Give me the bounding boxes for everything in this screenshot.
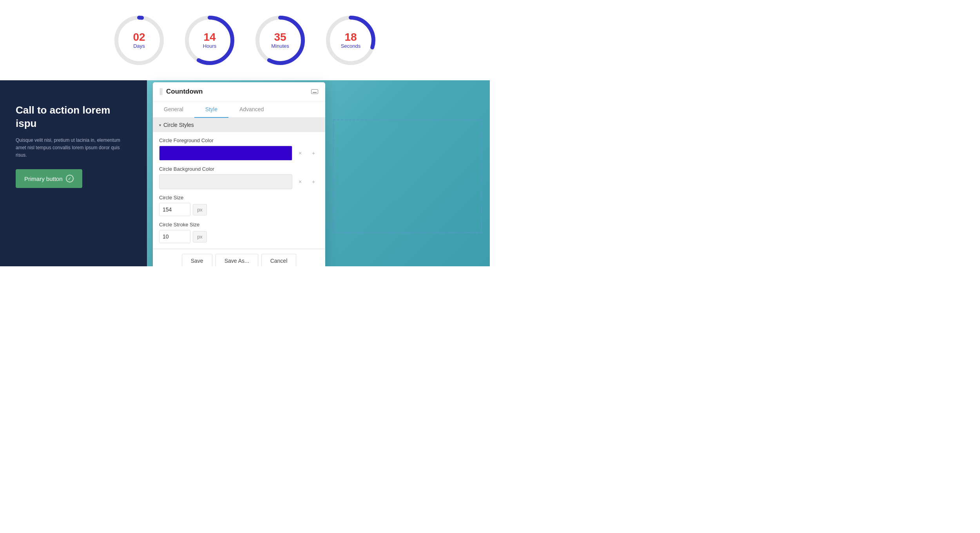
bg-color-label: Circle Background Color: [159, 166, 319, 172]
circle-label-seconds: Seconds: [341, 43, 361, 49]
save-button[interactable]: Save: [182, 254, 212, 266]
close-icon: ×: [299, 150, 302, 156]
bg-color-add-button[interactable]: +: [308, 176, 319, 187]
circle-content-hours: 14 Hours: [203, 31, 217, 49]
settings-panel: Countdown General Style Advanced ▾ Circl…: [153, 82, 325, 266]
circle-content-seconds: 18 Seconds: [341, 31, 361, 49]
section-title: Circle Styles: [163, 122, 194, 128]
circle-stroke-field: Circle Stroke Size px: [159, 222, 319, 243]
bg-color-field: Circle Background Color × +: [159, 166, 319, 189]
chevron-down-icon: ▾: [159, 123, 161, 127]
bg-color-row: × +: [159, 174, 319, 189]
minimize-button[interactable]: [311, 89, 318, 94]
panel-title: Countdown: [166, 88, 203, 96]
tab-style[interactable]: Style: [194, 101, 228, 118]
circle-stroke-input[interactable]: [159, 230, 190, 243]
circle-label-days: Days: [133, 43, 145, 49]
plus-icon: +: [312, 150, 315, 156]
circle-size-input[interactable]: [159, 203, 190, 216]
fg-color-add-button[interactable]: +: [308, 148, 319, 159]
save-as-button[interactable]: Save As...: [216, 254, 258, 266]
circle-number-seconds: 18: [341, 31, 361, 43]
body-text: Quisque velit nisi, pretium ut lacinia i…: [16, 137, 131, 159]
left-panel: Call to action lorem ispu Quisque velit …: [0, 80, 147, 266]
circle-stroke-label: Circle Stroke Size: [159, 222, 319, 228]
circle-item-seconds: 18 Seconds: [323, 13, 378, 68]
tab-advanced[interactable]: Advanced: [228, 101, 275, 118]
panel-body: ▾ Circle Styles Circle Foreground Color …: [153, 118, 325, 249]
section-body: Circle Foreground Color × + Circle Backg…: [153, 132, 325, 249]
check-icon: ✓: [66, 175, 74, 182]
circle-number-hours: 14: [203, 31, 217, 43]
plus-icon: +: [312, 179, 315, 185]
circle-size-field: Circle Size px: [159, 195, 319, 216]
close-icon: ×: [299, 179, 302, 185]
panel-header: Countdown: [153, 82, 325, 101]
tab-general[interactable]: General: [153, 101, 194, 118]
circle-styles-section-header[interactable]: ▾ Circle Styles: [153, 118, 325, 132]
fg-color-row: × +: [159, 146, 319, 161]
circle-content-minutes: 35 Minutes: [271, 31, 289, 49]
circle-size-unit: px: [193, 204, 207, 215]
cancel-button[interactable]: Cancel: [261, 254, 297, 266]
circle-label-minutes: Minutes: [271, 43, 289, 49]
minimize-icon: [313, 92, 317, 93]
panel-footer: Save Save As... Cancel: [153, 249, 325, 266]
drag-handle[interactable]: [160, 88, 162, 95]
circle-stroke-input-row: px: [159, 230, 319, 243]
fg-color-swatch[interactable]: [159, 146, 292, 161]
circle-item-days: 02 Days: [112, 13, 167, 68]
tabs-row: General Style Advanced: [153, 101, 325, 118]
primary-button-label: Primary button: [24, 175, 63, 182]
bg-color-clear-button[interactable]: ×: [295, 176, 306, 187]
circle-number-days: 02: [133, 31, 145, 43]
fg-color-field: Circle Foreground Color × +: [159, 137, 319, 161]
circle-stroke-unit: px: [193, 231, 207, 242]
circle-item-minutes: 35 Minutes: [253, 13, 308, 68]
circle-content-days: 02 Days: [133, 31, 145, 49]
bg-color-swatch[interactable]: [159, 174, 292, 189]
circle-item-hours: 14 Hours: [182, 13, 237, 68]
panel-header-left: Countdown: [160, 88, 203, 96]
circle-size-label: Circle Size: [159, 195, 319, 201]
circle-size-input-row: px: [159, 203, 319, 216]
fg-color-label: Circle Foreground Color: [159, 137, 319, 143]
fg-color-clear-button[interactable]: ×: [295, 148, 306, 159]
circle-label-hours: Hours: [203, 43, 217, 49]
circle-number-minutes: 35: [271, 31, 289, 43]
countdown-section: 02 Days 14 Hours 35 Minutes: [0, 0, 490, 80]
primary-button[interactable]: Primary button ✓: [16, 169, 82, 188]
headline-text: Call to action lorem ispu: [16, 104, 131, 130]
